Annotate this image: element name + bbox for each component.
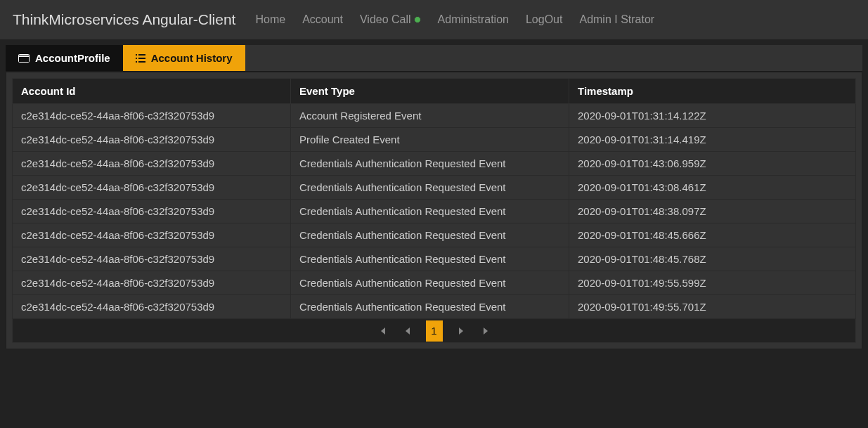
nav-user[interactable]: Admin I Strator (579, 13, 654, 26)
cell-event-type: Credentials Authentication Requested Eve… (291, 176, 569, 200)
nav-video-call[interactable]: Video Call (360, 13, 421, 26)
history-table: Account Id Event Type Timestamp c2e314dc… (12, 78, 856, 319)
status-online-icon (414, 16, 421, 23)
pager-last-icon[interactable] (479, 324, 493, 338)
cell-timestamp: 2020-09-01T01:31:14.122Z (569, 104, 856, 128)
table-row[interactable]: c2e314dc-ce52-44aa-8f06-c32f320753d9Cred… (13, 247, 856, 271)
cell-event-type: Credentials Authentication Requested Eve… (291, 271, 569, 295)
svg-rect-3 (138, 54, 145, 56)
cell-account-id: c2e314dc-ce52-44aa-8f06-c32f320753d9 (13, 271, 291, 295)
cell-timestamp: 2020-09-01T01:49:55.599Z (569, 271, 856, 295)
cell-account-id: c2e314dc-ce52-44aa-8f06-c32f320753d9 (13, 128, 291, 152)
table-row[interactable]: c2e314dc-ce52-44aa-8f06-c32f320753d9Cred… (13, 271, 856, 295)
id-card-icon (18, 54, 30, 63)
pager-next-icon[interactable] (454, 324, 468, 338)
tab-account-history-label: Account History (151, 52, 233, 64)
th-event-type[interactable]: Event Type (291, 79, 569, 104)
tab-bar: AccountProfile Account History (6, 45, 862, 72)
tab-account-profile-label: AccountProfile (35, 52, 110, 64)
table-row[interactable]: c2e314dc-ce52-44aa-8f06-c32f320753d9Cred… (13, 200, 856, 223)
table-row[interactable]: c2e314dc-ce52-44aa-8f06-c32f320753d9Cred… (13, 223, 856, 247)
cell-event-type: Credentials Authentication Requested Eve… (291, 152, 569, 176)
cell-timestamp: 2020-09-01T01:43:06.959Z (569, 152, 856, 176)
pager-prev-icon[interactable] (401, 324, 415, 338)
svg-rect-1 (18, 56, 30, 57)
table-row[interactable]: c2e314dc-ce52-44aa-8f06-c32f320753d9Cred… (13, 295, 856, 319)
cell-account-id: c2e314dc-ce52-44aa-8f06-c32f320753d9 (13, 247, 291, 271)
cell-account-id: c2e314dc-ce52-44aa-8f06-c32f320753d9 (13, 200, 291, 223)
cell-timestamp: 2020-09-01T01:49:55.701Z (569, 295, 856, 319)
pager-page-current[interactable]: 1 (426, 320, 443, 342)
nav-links: Home Account Video Call Administration L… (255, 13, 654, 26)
cell-event-type: Credentials Authentication Requested Eve… (291, 200, 569, 223)
cell-event-type: Account Registered Event (291, 104, 569, 128)
cell-account-id: c2e314dc-ce52-44aa-8f06-c32f320753d9 (13, 176, 291, 200)
svg-rect-7 (138, 61, 145, 63)
nav-account[interactable]: Account (302, 13, 343, 26)
cell-account-id: c2e314dc-ce52-44aa-8f06-c32f320753d9 (13, 152, 291, 176)
pager-first-icon[interactable] (375, 324, 389, 338)
cell-account-id: c2e314dc-ce52-44aa-8f06-c32f320753d9 (13, 295, 291, 319)
cell-timestamp: 2020-09-01T01:48:38.097Z (569, 200, 856, 223)
content: AccountProfile Account History Account I… (0, 39, 868, 355)
svg-rect-5 (138, 58, 145, 59)
nav-logout[interactable]: LogOut (526, 13, 562, 26)
cell-event-type: Profile Created Event (291, 128, 569, 152)
app-brand: ThinkMicroservices Angular-Client (13, 11, 235, 28)
table-row[interactable]: c2e314dc-ce52-44aa-8f06-c32f320753d9Prof… (13, 128, 856, 152)
cell-timestamp: 2020-09-01T01:43:08.461Z (569, 176, 856, 200)
table-row[interactable]: c2e314dc-ce52-44aa-8f06-c32f320753d9Cred… (13, 152, 856, 176)
cell-account-id: c2e314dc-ce52-44aa-8f06-c32f320753d9 (13, 223, 291, 247)
table-row[interactable]: c2e314dc-ce52-44aa-8f06-c32f320753d9Acco… (13, 104, 856, 128)
tab-account-profile[interactable]: AccountProfile (6, 45, 123, 71)
cell-account-id: c2e314dc-ce52-44aa-8f06-c32f320753d9 (13, 104, 291, 128)
th-account-id[interactable]: Account Id (13, 79, 291, 104)
table-row[interactable]: c2e314dc-ce52-44aa-8f06-c32f320753d9Cred… (13, 176, 856, 200)
cell-timestamp: 2020-09-01T01:48:45.666Z (569, 223, 856, 247)
cell-timestamp: 2020-09-01T01:48:45.768Z (569, 247, 856, 271)
navbar: ThinkMicroservices Angular-Client Home A… (0, 0, 868, 39)
svg-rect-2 (136, 54, 137, 56)
svg-rect-6 (136, 61, 137, 63)
nav-home[interactable]: Home (255, 13, 285, 26)
cell-event-type: Credentials Authentication Requested Eve… (291, 247, 569, 271)
cell-event-type: Credentials Authentication Requested Eve… (291, 295, 569, 319)
cell-timestamp: 2020-09-01T01:31:14.419Z (569, 128, 856, 152)
nav-administration[interactable]: Administration (438, 13, 509, 26)
history-panel: Account Id Event Type Timestamp c2e314dc… (6, 72, 862, 349)
nav-video-call-label: Video Call (360, 13, 411, 26)
svg-rect-4 (136, 58, 137, 59)
list-icon (136, 54, 145, 63)
pager: 1 (12, 319, 856, 343)
cell-event-type: Credentials Authentication Requested Eve… (291, 223, 569, 247)
tab-account-history[interactable]: Account History (123, 45, 245, 71)
th-timestamp[interactable]: Timestamp (569, 79, 856, 104)
